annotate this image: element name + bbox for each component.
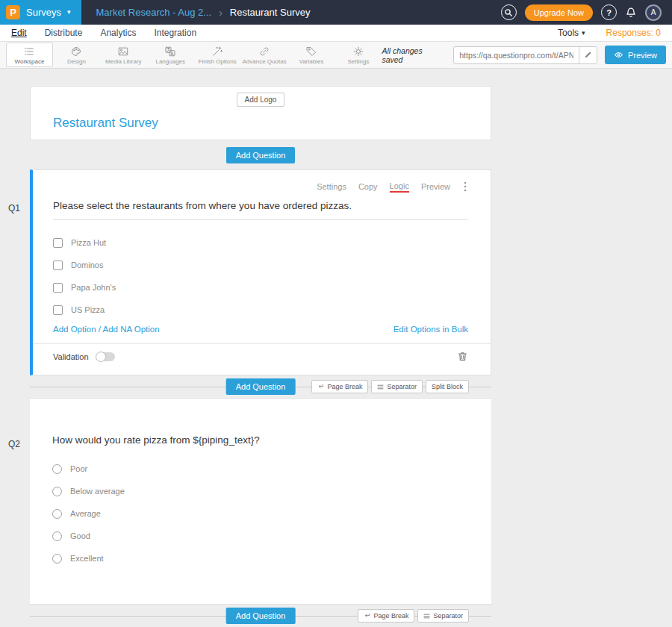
help-icon: ? <box>606 8 612 17</box>
option-label[interactable]: Good <box>70 531 90 540</box>
toolbar-item-workspace[interactable]: Workspace <box>6 43 53 67</box>
add-option-link[interactable]: Add Option <box>53 325 96 334</box>
toolbar-item-label: Design <box>67 58 86 65</box>
separator-icon <box>377 384 384 390</box>
option-row[interactable]: Good <box>52 525 469 547</box>
toolbar-item-design[interactable]: Design <box>53 43 100 67</box>
toolbar-item-variables[interactable]: Variables <box>288 43 335 67</box>
option-radio[interactable] <box>52 464 62 474</box>
page-break-button[interactable]: Page Break <box>311 380 368 393</box>
option-radio[interactable] <box>52 554 62 564</box>
question-text-q1[interactable]: Please select the restaurants from where… <box>53 200 468 220</box>
option-row[interactable]: Below average <box>52 480 469 502</box>
option-row[interactable]: Average <box>52 502 469 525</box>
option-radio[interactable] <box>52 509 62 519</box>
option-label[interactable]: Average <box>70 509 101 518</box>
option-row[interactable]: Excellent <box>52 547 469 570</box>
question-card-q1[interactable]: Settings Copy Logic Preview Please selec… <box>30 169 491 375</box>
page-break-icon <box>317 384 324 390</box>
option-label[interactable]: Papa John's <box>71 283 116 292</box>
option-checkbox[interactable] <box>53 283 63 293</box>
edit-options-in-bulk-link[interactable]: Edit Options in Bulk <box>393 325 468 334</box>
help-button[interactable]: ? <box>601 4 617 20</box>
add-question-button[interactable]: Add Question <box>226 378 296 395</box>
surveys-menu[interactable]: P Surveys ▾ <box>0 0 81 25</box>
surveys-menu-label: Surveys <box>26 7 61 18</box>
option-links-left: Add Option / Add NA Option <box>53 325 160 334</box>
question-copy-button[interactable]: Copy <box>358 182 378 191</box>
media-library-icon <box>117 46 129 57</box>
toolbar-item-languages[interactable]: Languages <box>147 43 194 67</box>
insert-row-1: Add Question Page Break Separator Split … <box>30 375 491 398</box>
survey-url-input[interactable] <box>454 51 579 60</box>
option-row[interactable]: Poor <box>52 458 469 480</box>
question-more-button[interactable] <box>462 181 468 192</box>
separator-button[interactable]: Separator <box>371 380 423 393</box>
add-question-button[interactable]: Add Question <box>226 147 296 163</box>
split-block-button[interactable]: Split Block <box>426 380 469 393</box>
breadcrumb-parent[interactable]: Market Research - Aug 2... <box>96 7 212 18</box>
toolbar-item-label: Workspace <box>15 58 45 65</box>
page-break-button[interactable]: Page Break <box>358 609 414 623</box>
option-checkbox[interactable] <box>53 261 63 270</box>
languages-icon <box>164 46 176 57</box>
tab-edit[interactable]: Edit <box>11 28 27 38</box>
option-radio[interactable] <box>52 531 62 541</box>
option-label[interactable]: US Pizza <box>71 305 105 314</box>
toolbar-item-label: Languages <box>155 58 185 65</box>
option-row[interactable]: Pizza Hut <box>53 231 468 254</box>
separator-button[interactable]: Separator <box>417 609 469 623</box>
option-label[interactable]: Pizza Hut <box>71 238 106 247</box>
toolbar-item-label: Variables <box>299 58 324 65</box>
option-radio[interactable] <box>52 487 62 496</box>
upgrade-now-button[interactable]: Upgrade Now <box>525 4 593 21</box>
question-settings-button[interactable]: Settings <box>317 182 346 191</box>
survey-header-card: Add Logo Restaurant Survey <box>30 86 491 140</box>
search-button[interactable] <box>501 4 517 20</box>
option-label[interactable]: Excellent <box>70 554 104 563</box>
option-row[interactable]: Papa John's <box>53 276 468 299</box>
option-checkbox[interactable] <box>53 305 63 315</box>
question-card-q2[interactable]: How would you rate pizza from ${piping_t… <box>30 398 491 605</box>
option-label[interactable]: Poor <box>70 464 87 473</box>
add-question-button[interactable]: Add Question <box>226 608 296 624</box>
save-status: All changes saved <box>382 46 444 64</box>
separator-label: Separator <box>387 383 417 390</box>
question-preview-button[interactable]: Preview <box>421 182 450 191</box>
option-label[interactable]: Below average <box>70 487 125 496</box>
toolbar-item-label: Finish Options <box>199 58 237 65</box>
insert-row-2: Add Question Page Break Separator <box>30 605 491 627</box>
tools-menu[interactable]: Tools▾ <box>558 28 585 38</box>
preview-button[interactable]: Preview <box>605 46 666 64</box>
option-row[interactable]: Dominos <box>53 254 468 276</box>
survey-title[interactable]: Restaurant Survey <box>53 116 468 131</box>
tools-label: Tools <box>558 28 579 38</box>
toolbar-item-finish-options[interactable]: Finish Options <box>194 43 241 67</box>
trash-icon <box>457 351 468 362</box>
option-label[interactable]: Dominos <box>71 261 103 269</box>
toolbar-item-settings[interactable]: Settings <box>335 43 382 67</box>
delete-question-button[interactable] <box>457 351 468 362</box>
toolbar-item-media-library[interactable]: Media Library <box>100 43 147 67</box>
avatar[interactable]: A <box>645 4 662 21</box>
tab-integration[interactable]: Integration <box>154 28 196 38</box>
question-number-q2: Q2 <box>8 439 20 449</box>
separator-icon <box>423 613 430 620</box>
option-checkbox[interactable] <box>53 238 63 248</box>
responses-count[interactable]: Responses: 0 <box>606 28 661 38</box>
validation-label: Validation <box>53 352 89 361</box>
pencil-icon <box>584 51 592 59</box>
tab-distribute[interactable]: Distribute <box>45 28 83 38</box>
question-logic-button[interactable]: Logic <box>390 181 409 193</box>
option-row[interactable]: US Pizza <box>53 299 468 321</box>
validation-toggle[interactable] <box>96 352 115 361</box>
toolbar-item-advance-quotas[interactable]: Advance Quotas <box>241 43 288 67</box>
notifications-button[interactable] <box>625 7 637 19</box>
question-text-q2[interactable]: How would you rate pizza from ${piping_t… <box>52 434 469 446</box>
edit-url-button[interactable] <box>579 47 597 63</box>
toolbar-item-label: Media Library <box>105 58 141 65</box>
main-nav: Edit Distribute Analytics Integration To… <box>0 25 672 42</box>
add-na-option-link[interactable]: Add NA Option <box>103 325 160 334</box>
add-logo-button[interactable]: Add Logo <box>237 93 285 107</box>
tab-analytics[interactable]: Analytics <box>100 28 136 38</box>
